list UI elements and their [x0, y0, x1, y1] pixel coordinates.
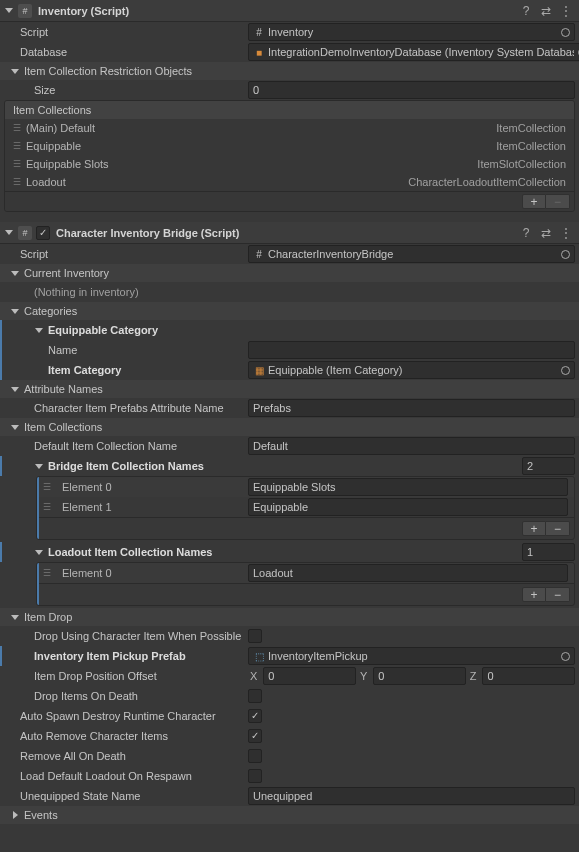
idpo-x[interactable]: 0	[263, 667, 356, 685]
field-label: Size	[34, 84, 248, 96]
ldlor-checkbox[interactable]	[248, 769, 262, 783]
usn-field[interactable]: Unequipped	[248, 787, 575, 805]
item-collections-list: Item Collections ☰ (Main) Default ItemCo…	[4, 100, 575, 212]
foldout-icon[interactable]	[10, 306, 20, 316]
char-prefabs-field[interactable]: Prefabs	[248, 399, 575, 417]
foldout-icon[interactable]	[34, 547, 44, 557]
element-field[interactable]: Equippable	[248, 498, 568, 516]
object-picker-icon[interactable]	[574, 45, 579, 59]
foldout-icon[interactable]	[10, 66, 20, 76]
events-header[interactable]: Events	[0, 806, 579, 824]
drag-handle-icon[interactable]: ☰	[13, 177, 20, 187]
arci-checkbox[interactable]	[248, 729, 262, 743]
usn-row: Unequipped State Name Unequipped	[0, 786, 579, 806]
foldout-icon[interactable]	[10, 268, 20, 278]
foldout-icon[interactable]	[10, 612, 20, 622]
default-icn-field[interactable]: Default	[248, 437, 575, 455]
inventory-header[interactable]: # Inventory (Script) ? ⇄ ⋮	[0, 0, 579, 22]
foldout-icon[interactable]	[34, 461, 44, 471]
database-field[interactable]: ■ IntegrationDemoInventoryDatabase (Inve…	[248, 43, 579, 61]
object-picker-icon[interactable]	[557, 247, 573, 261]
list-item[interactable]: ☰ Element 0 Equippable Slots	[37, 477, 574, 497]
foldout-icon[interactable]	[10, 422, 20, 432]
category-icon: ▦	[253, 364, 265, 376]
size-field[interactable]: 0	[248, 81, 575, 99]
script-field[interactable]: # Inventory	[248, 23, 575, 41]
database-row: Database ■ IntegrationDemoInventoryDatab…	[0, 42, 579, 62]
list-item[interactable]: ☰ (Main) Default ItemCollection	[5, 119, 574, 137]
remove-button[interactable]: −	[546, 521, 570, 536]
field-label: Database	[20, 46, 248, 58]
cs-icon: #	[253, 26, 265, 38]
asdrc-checkbox[interactable]	[248, 709, 262, 723]
iipp-row: Inventory Item Pickup Prefab ⬚ Inventory…	[0, 646, 579, 666]
current-inventory-empty: (Nothing in inventory)	[0, 282, 579, 302]
preset-icon[interactable]: ⇄	[539, 4, 553, 18]
item-drop-header[interactable]: Item Drop	[0, 608, 579, 626]
ldlor-row: Load Default Loadout On Respawn	[0, 766, 579, 786]
foldout-icon[interactable]	[4, 228, 14, 238]
object-picker-icon[interactable]	[557, 25, 573, 39]
preset-icon[interactable]: ⇄	[539, 226, 553, 240]
equippable-category-header[interactable]: Equippable Category	[0, 320, 579, 340]
list-footer: + −	[37, 517, 574, 539]
ducip-checkbox[interactable]	[248, 629, 262, 643]
element-field[interactable]: Loadout	[248, 564, 568, 582]
bridge-icn-header[interactable]: Bridge Item Collection Names 2	[0, 456, 579, 476]
loadout-icn-count[interactable]: 1	[522, 543, 575, 561]
list-item[interactable]: ☰ Element 0 Loadout	[37, 563, 574, 583]
list-item[interactable]: ☰ Element 1 Equippable	[37, 497, 574, 517]
list-item[interactable]: ☰ Equippable Slots ItemSlotCollection	[5, 155, 574, 173]
loadout-icn-header[interactable]: Loadout Item Collection Names 1	[0, 542, 579, 562]
script-field[interactable]: # CharacterInventoryBridge	[248, 245, 575, 263]
field-label: Script	[20, 26, 248, 38]
diod-checkbox[interactable]	[248, 689, 262, 703]
remove-button[interactable]: −	[546, 587, 570, 602]
add-button[interactable]: +	[522, 521, 546, 536]
object-picker-icon[interactable]	[557, 363, 573, 377]
drag-handle-icon[interactable]: ☰	[43, 482, 50, 492]
foldout-icon[interactable]	[4, 6, 14, 16]
help-icon[interactable]: ?	[519, 226, 533, 240]
list-header: Item Collections	[5, 101, 574, 119]
bridge-icn-count[interactable]: 2	[522, 457, 575, 475]
add-button[interactable]: +	[522, 587, 546, 602]
bridge-header[interactable]: # Character Inventory Bridge (Script) ? …	[0, 222, 579, 244]
menu-icon[interactable]: ⋮	[559, 4, 573, 18]
idpo-y[interactable]: 0	[373, 667, 466, 685]
drag-handle-icon[interactable]: ☰	[43, 568, 50, 578]
element-field[interactable]: Equippable Slots	[248, 478, 568, 496]
name-field[interactable]	[248, 341, 575, 359]
add-button[interactable]: +	[522, 194, 546, 209]
drag-handle-icon[interactable]: ☰	[13, 141, 20, 151]
component-title: Character Inventory Bridge (Script)	[56, 227, 519, 239]
drag-handle-icon[interactable]: ☰	[43, 502, 50, 512]
raod-checkbox[interactable]	[248, 749, 262, 763]
foldout-icon[interactable]	[10, 384, 20, 394]
idpo-z[interactable]: 0	[482, 667, 575, 685]
drag-handle-icon[interactable]: ☰	[13, 159, 20, 169]
foldout-icon[interactable]	[10, 810, 20, 820]
help-icon[interactable]: ?	[519, 4, 533, 18]
object-picker-icon[interactable]	[557, 649, 573, 663]
item-category-field[interactable]: ▦ Equippable (Item Category)	[248, 361, 575, 379]
list-item[interactable]: ☰ Equippable ItemCollection	[5, 137, 574, 155]
list-footer: + −	[5, 191, 574, 211]
remove-button[interactable]: −	[546, 194, 570, 209]
icro-header[interactable]: Item Collection Restriction Objects	[0, 62, 579, 80]
item-collections-header[interactable]: Item Collections	[0, 418, 579, 436]
list-item[interactable]: ☰ Loadout CharacterLoadoutItemCollection	[5, 173, 574, 191]
enable-checkbox[interactable]	[36, 226, 50, 240]
drag-handle-icon[interactable]: ☰	[13, 123, 20, 133]
menu-icon[interactable]: ⋮	[559, 226, 573, 240]
bridge-icn-list: ☰ Element 0 Equippable Slots ☰ Element 1…	[36, 476, 575, 540]
iipp-field[interactable]: ⬚ InventoryItemPickup	[248, 647, 575, 665]
current-inventory-header[interactable]: Current Inventory	[0, 264, 579, 282]
script-row: Script # CharacterInventoryBridge	[0, 244, 579, 264]
item-category-row: Item Category ▦ Equippable (Item Categor…	[0, 360, 579, 380]
categories-header[interactable]: Categories	[0, 302, 579, 320]
foldout-icon[interactable]	[34, 325, 44, 335]
attr-names-header[interactable]: Attribute Names	[0, 380, 579, 398]
ducip-row: Drop Using Character Item When Possible	[0, 626, 579, 646]
field-label: Script	[20, 248, 248, 260]
